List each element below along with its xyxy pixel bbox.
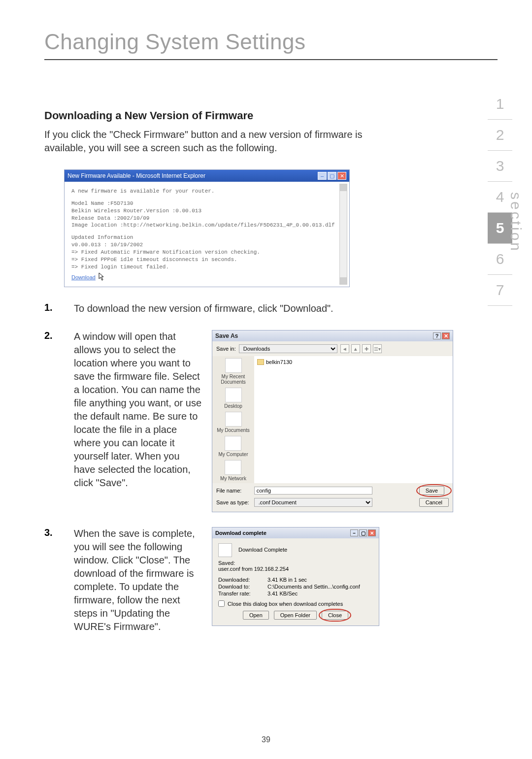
minimize-icon[interactable]: – [350,529,358,536]
subheading-download-firmware: Downloading a New Version of Firmware [44,109,498,122]
fw-line: Model Name :F5D7130 [71,200,342,207]
place-desktop[interactable]: Desktop [224,388,242,409]
filename-input[interactable] [254,487,372,495]
section-link-1[interactable]: 1 [488,89,512,120]
browser-body: A new firmware is available for your rou… [65,182,349,287]
place-network[interactable]: My Network [220,460,246,481]
minimize-icon[interactable]: – [318,172,327,180]
step-text: A window will open that allows you to se… [74,330,202,490]
new-folder-icon[interactable]: ✚ [362,344,371,353]
step-number: 2. [44,330,64,341]
close-icon[interactable]: ✕ [368,529,376,536]
place-computer[interactable]: My Computer [218,436,248,457]
cursor-icon [96,272,104,281]
close-button[interactable]: Close [322,611,348,620]
browser-titlebar: New Firmware Available - Microsoft Inter… [65,170,349,182]
download-link[interactable]: Download [71,274,96,280]
saved-label: Saved: [218,560,373,566]
place-recent[interactable]: My Recent Documents [213,358,253,385]
maximize-icon[interactable]: ▢ [359,529,367,536]
fw-line: Image location :http://networking.belkin… [71,222,342,229]
filename-label: File name: [216,488,249,494]
dl-downloaded-value: 3.41 KB in 1 sec [267,577,373,583]
places-bar: My Recent Documents Desktop My Documents… [212,356,254,483]
open-button[interactable]: Open [243,611,269,620]
step-text: To download the new version of firmware,… [74,302,419,315]
fw-line: => Fixed PPPoE idle timeout disconnects … [71,256,342,264]
dl-checkbox-label: Close this dialog box when download comp… [228,601,343,607]
section-link-7[interactable]: 7 [488,275,512,306]
section-link-2[interactable]: 2 [488,120,512,151]
folder-label: belkin7130 [266,359,292,365]
steps-list: 1. To download the new version of firmwa… [44,302,498,633]
fw-line: Updated Information [71,234,342,241]
download-complete-dialog: Download complete – ▢ ✕ Download Complet… [212,527,379,626]
dl-title-text: Download complete [215,530,266,536]
type-label: Save as type: [216,499,249,505]
folder-icon [257,359,264,365]
file-list[interactable]: belkin7130 [254,356,453,483]
page-title: Changing System Settings [44,30,498,60]
step-text: When the save is complete, you will see … [74,527,202,633]
intro-text: If you click the "Check Firmware" button… [44,128,389,155]
step-number: 1. [44,302,64,313]
open-folder-button[interactable]: Open Folder [274,611,317,620]
dl-downloaded-label: Downloaded: [218,577,267,583]
step-2: 2. A window will open that allows you to… [44,330,498,512]
saveas-bottom: File name: Save Save as type: .conf Docu… [212,483,453,512]
step-3: 3. When the save is complete, you will s… [44,527,498,633]
fw-line: v0.00.013 : 10/19/2002 [71,241,342,249]
type-select[interactable]: .conf Document [254,498,372,507]
back-icon[interactable]: ◄ [340,344,349,353]
saveas-title-text: Save As [215,332,238,339]
savein-select[interactable]: Downloads [239,344,337,353]
views-icon[interactable]: ☰▾ [373,344,382,353]
scroll-down-icon[interactable] [340,277,347,284]
saved-value: user.conf from 192.168.2.254 [218,566,373,572]
place-documents[interactable]: My Documents [217,412,250,433]
close-icon[interactable]: ✕ [442,332,450,339]
maximize-icon[interactable]: ▢ [328,172,336,180]
savein-label: Save in: [216,346,236,352]
dl-rate-label: Transfer rate: [218,591,267,596]
browser-title-text: New Firmware Available - Microsoft Inter… [67,172,205,179]
saveas-titlebar: Save As ? ✕ [212,330,453,341]
dl-to-value: C:\Documents and Settin...\config.conf [267,584,373,590]
close-icon[interactable]: ✕ [337,172,346,180]
scroll-up-icon[interactable] [340,184,347,191]
up-icon[interactable]: ▲ [351,344,360,353]
dl-titlebar: Download complete – ▢ ✕ [212,528,379,538]
step-number: 3. [44,527,64,538]
page-number: 39 [0,735,532,744]
saveas-dialog: Save As ? ✕ Save in: Downloads ◄ ▲ ✚ [212,330,453,512]
help-icon[interactable]: ? [433,332,441,339]
step-1: 1. To download the new version of firmwa… [44,302,498,315]
dl-body: Download Complete Saved: user.conf from … [212,538,379,626]
fw-line: Belkin Wireless Router.Version :0.00.013 [71,207,342,215]
window-controls: – ▢ ✕ [318,172,346,180]
dl-rate-value: 3.41 KB/Sec [267,591,373,596]
fw-line: => Fixed Automatic Firmware Notification… [71,249,342,256]
fw-line: => Fixed login timeout failed. [71,264,342,271]
scrollbar[interactable] [339,184,347,285]
fw-line: Release Data :2002/10/09 [71,215,342,222]
saveas-toolbar: Save in: Downloads ◄ ▲ ✚ ☰▾ [212,341,453,356]
cancel-button[interactable]: Cancel [419,498,449,507]
dl-to-label: Download to: [218,584,267,590]
section-label: section [507,192,524,253]
section-link-3[interactable]: 3 [488,151,512,182]
dl-heading: Download Complete [238,547,287,553]
download-icon [218,543,232,557]
browser-window: New Firmware Available - Microsoft Inter… [64,169,350,287]
save-button[interactable]: Save [419,486,444,495]
fw-line: A new firmware is available for your rou… [71,188,342,195]
list-item[interactable]: belkin7130 [257,359,450,365]
close-when-done-checkbox[interactable] [218,600,225,607]
